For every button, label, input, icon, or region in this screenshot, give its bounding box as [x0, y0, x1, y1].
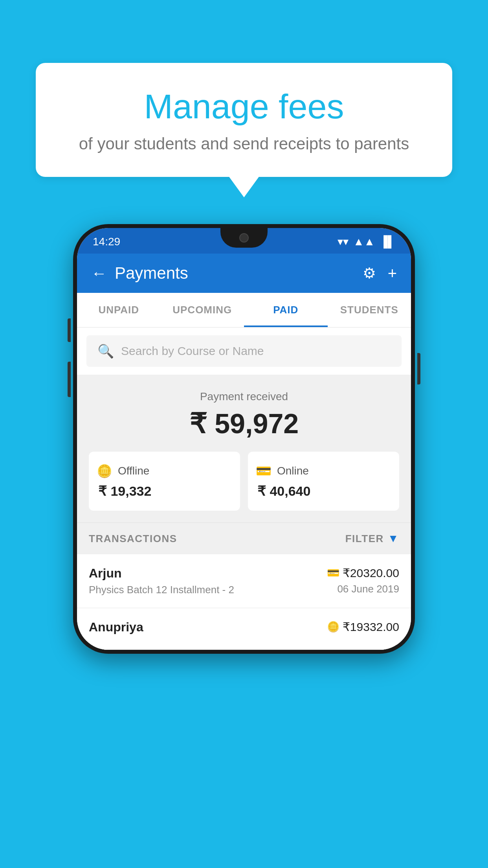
- txn-left-1: Arjun Physics Batch 12 Installment - 2: [89, 566, 234, 596]
- txn-right-2: 🪙 ₹19332.00: [327, 620, 399, 637]
- offline-amount: ₹ 19,332: [97, 483, 232, 499]
- signal-icon: ▲▲: [353, 235, 375, 248]
- txn-detail-1: Physics Batch 12 Installment - 2: [89, 584, 234, 596]
- volume-up-button: [68, 318, 71, 342]
- payment-cards: 🪙 Offline ₹ 19,332 💳 Online ₹ 40,640: [89, 452, 399, 511]
- offline-card-header: 🪙 Offline: [97, 463, 232, 478]
- status-time: 14:29: [93, 235, 120, 248]
- battery-icon: ▐▌: [380, 235, 395, 248]
- app-bar-icons: ⚙ +: [363, 265, 397, 282]
- app-bar: ← Payments ⚙ +: [77, 254, 411, 293]
- back-button[interactable]: ←: [91, 265, 107, 282]
- filter-label: FILTER: [345, 533, 384, 545]
- txn-name-2: Anupriya: [89, 620, 143, 634]
- cash-icon: 🪙: [97, 463, 112, 478]
- online-card-header: 💳 Online: [256, 463, 391, 478]
- card-payment-icon: 💳: [327, 567, 339, 579]
- add-button[interactable]: +: [388, 265, 397, 282]
- txn-date-1: 06 June 2019: [327, 583, 399, 595]
- search-input[interactable]: Search by Course or Name: [121, 344, 264, 358]
- search-container: 🔍 Search by Course or Name: [77, 327, 411, 375]
- txn-amount-1: 💳 ₹20320.00: [327, 566, 399, 580]
- status-icons: ▾▾ ▲▲ ▐▌: [338, 235, 395, 248]
- wifi-icon: ▾▾: [338, 235, 349, 248]
- search-bar[interactable]: 🔍 Search by Course or Name: [86, 335, 402, 367]
- table-row[interactable]: Arjun Physics Batch 12 Installment - 2 💳…: [77, 554, 411, 608]
- online-amount: ₹ 40,640: [256, 483, 391, 499]
- payment-received-label: Payment received: [89, 390, 399, 403]
- online-payment-card: 💳 Online ₹ 40,640: [248, 452, 399, 511]
- phone-notch: [220, 228, 268, 248]
- filter-icon: ▼: [388, 532, 399, 545]
- bubble-subtitle: of your students and send receipts to pa…: [67, 134, 421, 153]
- volume-down-button: [68, 362, 71, 397]
- offline-payment-card: 🪙 Offline ₹ 19,332: [89, 452, 240, 511]
- cash-payment-icon: 🪙: [327, 621, 339, 633]
- txn-name-1: Arjun: [89, 566, 234, 581]
- tab-unpaid[interactable]: UNPAID: [77, 293, 161, 327]
- search-icon: 🔍: [97, 343, 114, 359]
- txn-amount-2: 🪙 ₹19332.00: [327, 620, 399, 634]
- offline-label: Offline: [118, 465, 149, 477]
- transactions-label: TRANSACTIONS: [89, 533, 177, 545]
- tab-students[interactable]: STUDENTS: [328, 293, 411, 327]
- tab-paid[interactable]: PAID: [244, 293, 328, 327]
- payment-summary: Payment received ₹ 59,972 🪙 Offline ₹ 19…: [77, 375, 411, 522]
- transactions-header: TRANSACTIONS FILTER ▼: [77, 522, 411, 554]
- app-bar-title: Payments: [115, 264, 363, 283]
- online-label: Online: [277, 465, 309, 477]
- phone-wrapper: 14:29 ▾▾ ▲▲ ▐▌ ← Payments ⚙ + UNPAI: [73, 224, 415, 654]
- tab-upcoming[interactable]: UPCOMING: [161, 293, 244, 327]
- phone-frame: 14:29 ▾▾ ▲▲ ▐▌ ← Payments ⚙ + UNPAI: [73, 224, 415, 654]
- card-icon: 💳: [256, 463, 272, 478]
- settings-icon[interactable]: ⚙: [363, 265, 376, 282]
- payment-total-amount: ₹ 59,972: [89, 408, 399, 440]
- txn-right-1: 💳 ₹20320.00 06 June 2019: [327, 566, 399, 595]
- tabs: UNPAID UPCOMING PAID STUDENTS: [77, 293, 411, 327]
- txn-left-2: Anupriya: [89, 620, 143, 638]
- phone-screen: 14:29 ▾▾ ▲▲ ▐▌ ← Payments ⚙ + UNPAI: [77, 228, 411, 650]
- table-row[interactable]: Anupriya 🪙 ₹19332.00: [77, 608, 411, 650]
- front-camera: [239, 233, 249, 243]
- bubble-title: Manage fees: [67, 86, 421, 127]
- filter-button[interactable]: FILTER ▼: [345, 532, 399, 545]
- speech-bubble: Manage fees of your students and send re…: [36, 63, 452, 177]
- power-button: [417, 353, 420, 384]
